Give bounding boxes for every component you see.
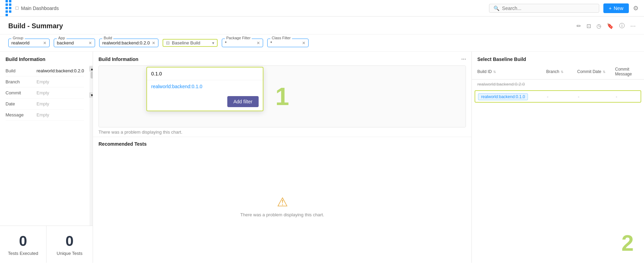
selected-commit-date-value: - (578, 94, 579, 99)
info-icon[interactable]: ⓘ (619, 22, 625, 30)
nav-left: ☐ Main Dashboards (6, 0, 59, 16)
class-filter-close[interactable]: ✕ (302, 41, 305, 45)
new-button[interactable]: + New (603, 3, 629, 13)
group-filter-label: Group (11, 36, 25, 40)
info-val-date: Empty (37, 101, 49, 106)
bookmark-icon[interactable]: 🔖 (607, 23, 614, 29)
app-filter-close[interactable]: ✕ (89, 41, 92, 45)
tests-executed-number: 0 (19, 233, 27, 249)
class-filter-value: * (270, 40, 300, 46)
dropdown-search-input[interactable] (151, 71, 259, 76)
info-key-date: Date (6, 101, 37, 106)
history-icon[interactable]: ◷ (596, 23, 601, 29)
info-row-message: Message Empty (6, 110, 84, 121)
info-key-message: Message (6, 112, 37, 117)
settings-icon[interactable]: ⚙ (633, 4, 638, 12)
middle-panel-title: Build Information (98, 56, 138, 62)
page-header: Build - Summary ✏ ⊡ ◷ 🔖 ⓘ ⋯ (0, 17, 644, 34)
unique-tests-cell: 0 Unique Tests (46, 226, 93, 263)
package-filter-close[interactable]: ✕ (257, 41, 260, 45)
class-filter[interactable]: Class Filter * ✕ (267, 39, 309, 47)
app-filter[interactable]: App backend ✕ (54, 39, 95, 47)
baseline-dropdown: realworld:backend:0.1.0 Add filter (146, 67, 263, 111)
info-key-branch: Branch (6, 79, 37, 84)
sort-icon-build-id: ⇅ (493, 70, 496, 74)
selected-branch-value: - (547, 94, 548, 99)
dropdown-item-0-1-0[interactable]: realworld:backend:0.1.0 (147, 80, 263, 93)
baseline-icon: ⊟ (166, 40, 170, 45)
sort-icon-commit-date: ⇅ (603, 70, 605, 74)
info-row-build: Build realworld:backend:0.2.0 (6, 65, 84, 76)
info-val-build: realworld:backend:0.2.0 (37, 68, 84, 73)
selected-commit-msg-value: - (616, 94, 617, 99)
baseline-filter[interactable]: ⊟ Baseline Build ▾ (163, 39, 218, 47)
warning-icon: ⚠ (277, 195, 288, 209)
baseline-table-body: realworld:backend:0.2.0 realworld:backen… (472, 80, 644, 104)
filter-bar: Group realworld ✕ App backend ✕ Build re… (0, 34, 644, 52)
nav-right: 🔍 + New ⚙ (489, 3, 638, 13)
plus-icon: + (609, 6, 612, 11)
selected-build-id-cell: realworld:backend:0.1.0 (478, 94, 547, 99)
build-filter[interactable]: Build realworld:backend:0.2.0 ✕ (99, 39, 158, 47)
unique-tests-label: Unique Tests (57, 251, 83, 256)
selected-build-badge: realworld:backend:0.1.0 (478, 93, 528, 100)
middle-panel-more-icon[interactable]: ⋯ (461, 56, 466, 62)
dropdown-footer: Add filter (147, 93, 263, 111)
search-input[interactable] (502, 6, 595, 11)
info-key-commit: Commit (6, 90, 37, 95)
baseline-table-header: Build ID ⇅ Branch ⇅ Commit Date ⇅ Commit… (472, 65, 644, 80)
breadcrumb: ☐ Main Dashboards (15, 6, 59, 11)
build-filter-close[interactable]: ✕ (152, 41, 155, 45)
group-filter[interactable]: Group realworld ✕ (8, 39, 50, 47)
col-commit-date-header[interactable]: Commit Date ⇅ (577, 67, 615, 76)
info-val-message: Empty (37, 112, 49, 117)
dropdown-search-area (147, 68, 263, 80)
group-filter-value: realworld (11, 40, 41, 46)
left-panel: Build Information Build realworld:backen… (0, 52, 93, 263)
baseline-dimmed-row: realworld:backend:0.2.0 (475, 80, 641, 89)
callout-2: 2 (621, 230, 634, 256)
chart-number: 1 (275, 82, 289, 111)
package-filter-value: * (225, 40, 255, 46)
baseline-dropdown-arrow[interactable]: ▾ (212, 41, 214, 45)
add-filter-button[interactable]: Add filter (227, 96, 259, 107)
class-filter-label: Class Filter (270, 36, 292, 40)
selected-branch-cell: - (547, 94, 578, 99)
page-title: Build - Summary (8, 22, 63, 30)
recommended-error-message: There was a problem displaying this char… (240, 212, 324, 217)
info-val-commit: Empty (37, 90, 49, 95)
build-filter-value: realworld:backend:0.2.0 (102, 40, 150, 46)
info-row-branch: Branch Empty (6, 76, 84, 87)
edit-icon[interactable]: ✏ (577, 23, 581, 29)
package-filter[interactable]: Package Filter * ✕ (222, 39, 263, 47)
info-row-commit: Commit Empty (6, 87, 84, 99)
middle-panel-header: Build Information ⋯ (93, 52, 471, 65)
baseline-selected-row[interactable]: realworld:backend:0.1.0 - - - (475, 90, 641, 103)
chart-error-message: There was a problem displaying this char… (93, 127, 471, 137)
scroll-down-btn[interactable]: ▼ (89, 92, 93, 98)
right-panel: Select Baseline Build Build ID ⇅ Branch … (472, 52, 644, 263)
selected-commit-msg-cell: - (616, 94, 638, 99)
share-icon[interactable]: ⊡ (586, 23, 591, 29)
app-logo[interactable] (6, 0, 12, 16)
top-nav: ☐ Main Dashboards 🔍 + New ⚙ (0, 0, 644, 17)
breadcrumb-label[interactable]: Main Dashboards (21, 6, 59, 11)
info-row-date: Date Empty (6, 99, 84, 110)
scrollbar: ▲ ▼ (90, 65, 93, 226)
more-actions-icon[interactable]: ⋯ (630, 23, 636, 29)
recommended-chart-area: ⚠ There was a problem displaying this ch… (93, 149, 471, 263)
group-filter-close[interactable]: ✕ (43, 41, 46, 45)
scrollbar-thumb[interactable] (91, 72, 93, 79)
build-info-title: Build Information (0, 52, 93, 65)
col-branch-header[interactable]: Branch ⇅ (546, 67, 577, 76)
scroll-up-btn[interactable]: ▲ (89, 66, 93, 72)
tests-executed-cell: 0 Tests Executed (0, 226, 46, 263)
main-content: Build Information Build realworld:backen… (0, 52, 644, 263)
col-build-id-header[interactable]: Build ID ⇅ (477, 67, 546, 76)
scrollbar-track (91, 72, 93, 92)
page-actions: ✏ ⊡ ◷ 🔖 ⓘ ⋯ (577, 22, 636, 30)
baseline-filter-value: Baseline Build (172, 40, 210, 45)
build-info-table: Build realworld:backend:0.2.0 Branch Emp… (0, 65, 90, 226)
col-commit-msg-header[interactable]: Commit Message (615, 67, 638, 76)
recommended-tests-title: Recommended Tests (93, 137, 471, 149)
